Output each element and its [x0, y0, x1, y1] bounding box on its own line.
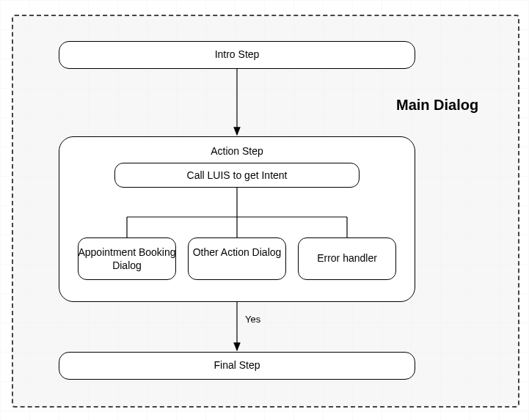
- final-step-label: Final Step: [59, 359, 415, 372]
- edge-yes-label: Yes: [245, 314, 260, 325]
- action-step-title: Action Step: [59, 145, 415, 158]
- intro-step-label: Intro Step: [59, 48, 415, 62]
- container-title: Main Dialog: [396, 97, 478, 114]
- other-action-dialog-label: Other Action Dialog: [188, 246, 286, 259]
- error-handler-label: Error handler: [298, 252, 396, 265]
- appointment-dialog-label: Appointment Booking Dialog: [78, 246, 176, 272]
- call-luis-label: Call LUIS to get Intent: [114, 169, 360, 183]
